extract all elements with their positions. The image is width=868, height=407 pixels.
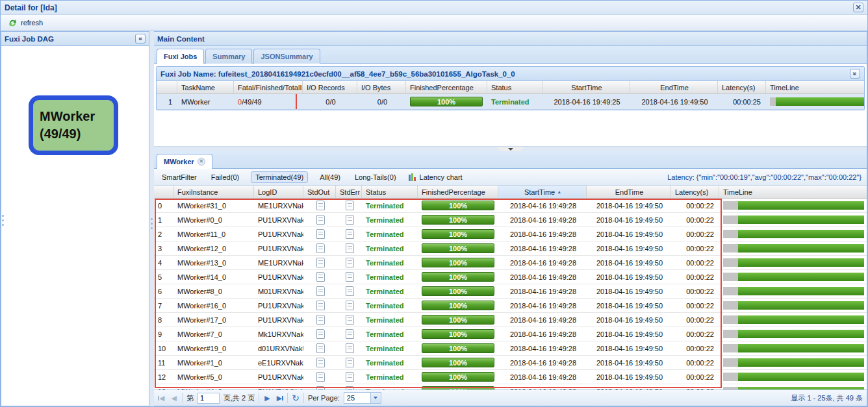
instance-row[interactable]: 12 MWorker#5_0 PU1URXVNak... Terminated … — [154, 370, 867, 384]
stderr-log-icon[interactable] — [346, 315, 354, 325]
latency-chart-button[interactable]: Latency chart — [408, 173, 463, 181]
job-panel-header: Fuxi Job Name: fufeitest_20180416194921c… — [157, 67, 864, 81]
job-row-mworker[interactable]: 1 MWorker 0/49/49 0/0 0/0 100% Terminate… — [157, 94, 864, 110]
log-id: ME1URXVNak... — [254, 199, 303, 212]
refresh-button[interactable]: refresh — [5, 17, 46, 29]
tab-summary[interactable]: Summary — [205, 49, 252, 64]
col-starttime[interactable]: StartTime — [542, 81, 630, 93]
col-endtime[interactable]: EndTime — [630, 81, 718, 93]
stdout-log-icon[interactable] — [316, 301, 325, 310]
tab-close-icon[interactable]: ✕ — [198, 158, 205, 166]
col-status[interactable]: Status — [487, 81, 542, 93]
col-starttime-sorted[interactable]: StartTime▲ — [498, 186, 587, 198]
dag-node-mworker[interactable]: MWorker (49/49) — [29, 95, 118, 155]
filter-long-tails[interactable]: Long-Tails(0) — [352, 172, 399, 182]
filter-terminated[interactable]: Terminated(49) — [251, 171, 308, 183]
fuxi-instance: MWorker#8_0 — [173, 284, 254, 298]
col-finished-percentage[interactable]: FinishedPercentage — [418, 186, 498, 198]
col-latency[interactable]: Latency(s) — [671, 186, 719, 198]
stderr-log-icon[interactable] — [346, 229, 354, 239]
left-edge-grip[interactable] — [2, 215, 4, 228]
top-toolbar: refresh — [1, 15, 867, 31]
timeline-cell — [719, 284, 867, 298]
col-latency[interactable]: Latency(s) — [718, 81, 766, 93]
per-page-select[interactable]: 25 — [344, 392, 381, 404]
col-timeline[interactable]: TimeLine — [766, 81, 864, 93]
stdout-log-icon[interactable] — [316, 329, 325, 339]
instance-row[interactable]: 1 MWorker#0_0 PU1URXVNak... Terminated 1… — [154, 213, 867, 227]
stderr-log-icon[interactable] — [346, 343, 354, 353]
collapse-job-panel-icon[interactable]: » — [850, 69, 860, 79]
stderr-log-icon[interactable] — [346, 215, 354, 225]
vertical-splitter[interactable] — [149, 31, 154, 406]
tab-fuxi-jobs[interactable]: Fuxi Jobs — [157, 49, 204, 64]
col-stdout[interactable]: StdOut — [303, 186, 336, 198]
instance-row[interactable]: 7 MWorker#16_0 PU1URXVNakl... Terminated… — [154, 299, 867, 313]
stderr-log-icon[interactable] — [346, 258, 354, 267]
stdout-log-icon[interactable] — [316, 386, 325, 389]
instance-row[interactable]: 11 MWorker#1_0 eE1URXVNakU... Terminated… — [154, 356, 867, 370]
col-finished-percentage[interactable]: FinishedPercentage — [406, 81, 487, 93]
instance-row[interactable]: 13 MWorker#4_0 PU1URXVNak... Terminated … — [154, 384, 867, 389]
horizontal-splitter[interactable] — [154, 146, 867, 151]
stdout-log-icon[interactable] — [316, 372, 325, 382]
first-page-icon[interactable]: ◀ — [158, 394, 166, 402]
stdout-log-icon[interactable] — [316, 229, 325, 239]
instance-row[interactable]: 4 MWorker#13_0 ME1URXVNak... Terminated … — [154, 256, 867, 270]
instances-grid-header: FuxiInstance LogID StdOut StdErr Status … — [154, 186, 867, 199]
col-logid[interactable]: LogID — [254, 186, 303, 198]
stdout-cell — [303, 299, 336, 312]
stderr-log-icon[interactable] — [346, 329, 354, 339]
stderr-log-icon[interactable] — [346, 372, 354, 382]
col-endtime[interactable]: EndTime — [587, 186, 671, 198]
stderr-log-icon[interactable] — [346, 286, 354, 296]
close-icon[interactable]: ✕ — [853, 3, 863, 12]
page-number-input[interactable] — [198, 393, 220, 404]
stdout-log-icon[interactable] — [316, 215, 325, 225]
tab-mworker[interactable]: MWorker ✕ — [157, 154, 212, 169]
pager-refresh-icon[interactable]: ↻ — [292, 393, 300, 402]
stderr-log-icon[interactable] — [346, 272, 354, 282]
window-titlebar: Detail for [lda] ✕ — [1, 1, 867, 15]
col-fuxi-instance[interactable]: FuxiInstance — [173, 186, 254, 198]
instance-row[interactable]: 10 MWorker#19_0 d01URXVNakU... Terminate… — [154, 341, 867, 356]
prev-page-icon[interactable]: ◀ — [170, 394, 177, 402]
stdout-log-icon[interactable] — [316, 358, 325, 367]
filter-failed[interactable]: Failed(0) — [209, 172, 242, 182]
stderr-log-icon[interactable] — [346, 301, 354, 310]
stdout-log-icon[interactable] — [316, 272, 325, 282]
stdout-log-icon[interactable] — [316, 243, 325, 253]
dag-panel-header: Fuxi Job DAG « — [1, 32, 149, 46]
stderr-log-icon[interactable] — [346, 386, 354, 389]
instance-row[interactable]: 8 MWorker#17_0 PU1URXVNak... Terminated … — [154, 313, 867, 327]
instance-row[interactable]: 6 MWorker#8_0 M01URXVNak... Terminated 1… — [154, 284, 867, 299]
instance-row[interactable]: 2 MWorker#11_0 PU1URXVNak... Terminated … — [154, 227, 867, 241]
tab-json-summary[interactable]: JSONSummary — [253, 49, 320, 64]
col-status[interactable]: Status — [362, 186, 418, 198]
col-taskname[interactable]: TaskName — [177, 81, 234, 93]
col-stderr[interactable]: StdErr — [336, 186, 362, 198]
col-timeline[interactable]: TimeLine — [719, 186, 867, 198]
stdout-log-icon[interactable] — [316, 201, 325, 210]
filter-all[interactable]: All(49) — [317, 172, 343, 182]
col-io-records[interactable]: I/O Records — [303, 81, 357, 93]
stderr-log-icon[interactable] — [346, 243, 354, 253]
stderr-log-icon[interactable] — [346, 201, 354, 210]
last-page-icon[interactable]: ▶ — [275, 394, 283, 402]
stderr-cell — [336, 270, 362, 284]
stderr-log-icon[interactable] — [346, 358, 354, 367]
instance-row[interactable]: 9 MWorker#7_0 Mk1URXVNakl... Terminated … — [154, 327, 867, 341]
collapse-left-icon[interactable]: « — [135, 34, 146, 43]
stdout-log-icon[interactable] — [316, 258, 325, 267]
next-page-icon[interactable]: ▶ — [263, 394, 271, 402]
col-io-bytes[interactable]: I/O Bytes — [357, 81, 406, 93]
filter-smartfilter[interactable]: SmartFilter — [159, 172, 199, 182]
instance-row[interactable]: 0 MWorker#31_0 ME1URXVNak... Terminated … — [154, 199, 867, 213]
instance-row[interactable]: 5 MWorker#14_0 PU1URXVNak... Terminated … — [154, 270, 867, 284]
col-fatal-finished-total[interactable]: Fatal/Finished/TotalInstCount — [234, 81, 303, 93]
stdout-log-icon[interactable] — [316, 286, 325, 296]
stdout-log-icon[interactable] — [316, 315, 325, 325]
stdout-log-icon[interactable] — [316, 343, 325, 353]
collapse-handle-icon[interactable] — [496, 147, 525, 151]
instance-row[interactable]: 3 MWorker#12_0 PU1URXVNak... Terminated … — [154, 241, 867, 256]
